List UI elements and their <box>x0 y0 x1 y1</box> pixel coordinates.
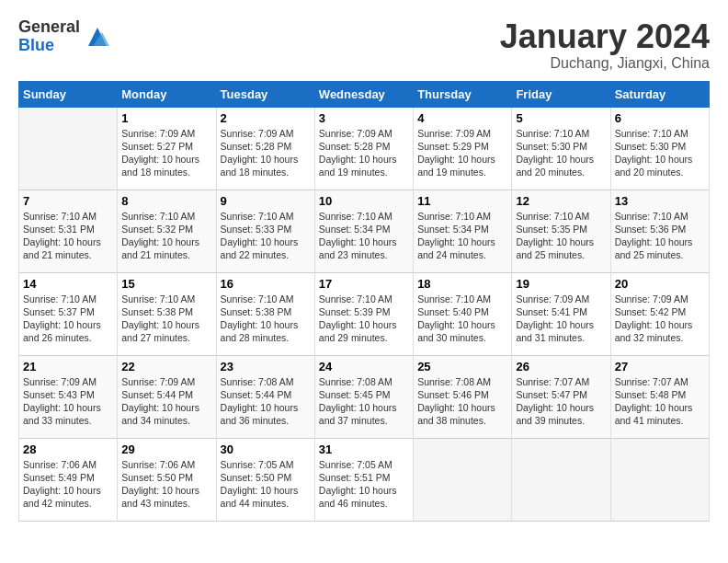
location-title: Duchang, Jiangxi, China <box>500 55 710 72</box>
calendar-week-3: 14Sunrise: 7:10 AMSunset: 5:37 PMDayligh… <box>19 272 710 355</box>
day-number: 11 <box>417 194 507 208</box>
day-number: 2 <box>221 111 311 125</box>
day-info: Sunrise: 7:10 AMSunset: 5:34 PMDaylight:… <box>417 210 507 262</box>
calendar-cell: 6Sunrise: 7:10 AMSunset: 5:30 PMDaylight… <box>610 107 709 190</box>
day-number: 12 <box>516 194 606 208</box>
header-sunday: Sunday <box>19 81 118 107</box>
day-info: Sunrise: 7:10 AMSunset: 5:35 PMDaylight:… <box>516 210 606 262</box>
day-info: Sunrise: 7:07 AMSunset: 5:48 PMDaylight:… <box>615 375 705 428</box>
day-info: Sunrise: 7:10 AMSunset: 5:31 PMDaylight:… <box>23 210 113 262</box>
calendar-header-row: SundayMondayTuesdayWednesdayThursdayFrid… <box>19 81 710 107</box>
calendar-cell: 22Sunrise: 7:09 AMSunset: 5:44 PMDayligh… <box>118 355 216 438</box>
day-info: Sunrise: 7:09 AMSunset: 5:42 PMDaylight:… <box>615 293 705 345</box>
day-number: 6 <box>615 111 705 125</box>
day-number: 16 <box>221 277 311 291</box>
day-info: Sunrise: 7:06 AMSunset: 5:50 PMDaylight:… <box>121 458 211 511</box>
day-number: 22 <box>121 360 211 373</box>
day-number: 20 <box>615 277 705 291</box>
calendar-cell: 4Sunrise: 7:09 AMSunset: 5:29 PMDaylight… <box>414 107 512 190</box>
day-number: 23 <box>221 360 311 373</box>
calendar-cell: 18Sunrise: 7:10 AMSunset: 5:40 PMDayligh… <box>414 272 512 355</box>
day-number: 7 <box>23 194 113 208</box>
day-info: Sunrise: 7:05 AMSunset: 5:50 PMDaylight:… <box>221 458 311 511</box>
day-number: 3 <box>319 111 409 125</box>
calendar-cell: 5Sunrise: 7:10 AMSunset: 5:30 PMDaylight… <box>512 107 610 190</box>
calendar-cell: 17Sunrise: 7:10 AMSunset: 5:39 PMDayligh… <box>314 272 413 355</box>
day-number: 25 <box>417 360 507 373</box>
day-info: Sunrise: 7:05 AMSunset: 5:51 PMDaylight:… <box>319 458 409 511</box>
calendar-cell: 19Sunrise: 7:09 AMSunset: 5:41 PMDayligh… <box>512 272 610 355</box>
calendar-week-4: 21Sunrise: 7:09 AMSunset: 5:43 PMDayligh… <box>19 355 710 438</box>
header-friday: Friday <box>512 81 610 107</box>
day-number: 21 <box>23 360 113 373</box>
day-info: Sunrise: 7:10 AMSunset: 5:36 PMDaylight:… <box>615 210 705 262</box>
calendar-cell: 10Sunrise: 7:10 AMSunset: 5:34 PMDayligh… <box>314 190 413 272</box>
calendar-cell: 9Sunrise: 7:10 AMSunset: 5:33 PMDaylight… <box>216 190 314 272</box>
calendar-cell: 28Sunrise: 7:06 AMSunset: 5:49 PMDayligh… <box>19 438 118 521</box>
day-info: Sunrise: 7:07 AMSunset: 5:47 PMDaylight:… <box>516 375 606 428</box>
calendar-cell: 26Sunrise: 7:07 AMSunset: 5:47 PMDayligh… <box>512 355 610 438</box>
calendar-cell <box>414 438 512 521</box>
calendar-cell: 15Sunrise: 7:10 AMSunset: 5:38 PMDayligh… <box>118 272 216 355</box>
day-info: Sunrise: 7:10 AMSunset: 5:38 PMDaylight:… <box>221 293 311 345</box>
day-info: Sunrise: 7:10 AMSunset: 5:30 PMDaylight:… <box>615 127 705 179</box>
day-number: 14 <box>23 277 113 291</box>
calendar-table: SundayMondayTuesdayWednesdayThursdayFrid… <box>18 81 710 522</box>
page-header: General Blue January 2024 Duchang, Jiang… <box>18 18 710 72</box>
calendar-cell: 11Sunrise: 7:10 AMSunset: 5:34 PMDayligh… <box>414 190 512 272</box>
day-info: Sunrise: 7:08 AMSunset: 5:46 PMDaylight:… <box>417 375 507 428</box>
calendar-week-2: 7Sunrise: 7:10 AMSunset: 5:31 PMDaylight… <box>19 190 710 272</box>
calendar-cell: 24Sunrise: 7:08 AMSunset: 5:45 PMDayligh… <box>314 355 413 438</box>
calendar-cell: 29Sunrise: 7:06 AMSunset: 5:50 PMDayligh… <box>118 438 216 521</box>
day-info: Sunrise: 7:06 AMSunset: 5:49 PMDaylight:… <box>23 458 113 511</box>
calendar-cell: 30Sunrise: 7:05 AMSunset: 5:50 PMDayligh… <box>216 438 314 521</box>
day-info: Sunrise: 7:09 AMSunset: 5:27 PMDaylight:… <box>121 127 211 179</box>
day-number: 5 <box>516 111 606 125</box>
day-number: 28 <box>23 442 113 456</box>
calendar-cell: 31Sunrise: 7:05 AMSunset: 5:51 PMDayligh… <box>314 438 413 521</box>
logo-blue: Blue <box>18 37 80 55</box>
calendar-cell: 13Sunrise: 7:10 AMSunset: 5:36 PMDayligh… <box>610 190 709 272</box>
calendar-cell <box>512 438 610 521</box>
day-info: Sunrise: 7:09 AMSunset: 5:28 PMDaylight:… <box>221 127 311 179</box>
header-wednesday: Wednesday <box>314 81 413 107</box>
day-number: 29 <box>121 442 211 456</box>
day-info: Sunrise: 7:10 AMSunset: 5:33 PMDaylight:… <box>221 210 311 262</box>
day-number: 4 <box>417 111 507 125</box>
day-info: Sunrise: 7:09 AMSunset: 5:44 PMDaylight:… <box>121 375 211 428</box>
day-number: 17 <box>319 277 409 291</box>
calendar-cell: 23Sunrise: 7:08 AMSunset: 5:44 PMDayligh… <box>216 355 314 438</box>
calendar-cell: 12Sunrise: 7:10 AMSunset: 5:35 PMDayligh… <box>512 190 610 272</box>
day-info: Sunrise: 7:10 AMSunset: 5:38 PMDaylight:… <box>121 293 211 345</box>
day-number: 31 <box>319 442 409 456</box>
header-tuesday: Tuesday <box>216 81 314 107</box>
day-number: 27 <box>615 360 705 373</box>
day-info: Sunrise: 7:09 AMSunset: 5:41 PMDaylight:… <box>516 293 606 345</box>
calendar-cell: 21Sunrise: 7:09 AMSunset: 5:43 PMDayligh… <box>19 355 118 438</box>
calendar-cell: 14Sunrise: 7:10 AMSunset: 5:37 PMDayligh… <box>19 272 118 355</box>
day-number: 1 <box>121 111 211 125</box>
day-number: 10 <box>319 194 409 208</box>
day-info: Sunrise: 7:10 AMSunset: 5:34 PMDaylight:… <box>319 210 409 262</box>
calendar-week-1: 1Sunrise: 7:09 AMSunset: 5:27 PMDaylight… <box>19 107 710 190</box>
day-number: 24 <box>319 360 409 373</box>
day-number: 9 <box>221 194 311 208</box>
header-thursday: Thursday <box>414 81 512 107</box>
day-info: Sunrise: 7:10 AMSunset: 5:39 PMDaylight:… <box>319 293 409 345</box>
calendar-cell: 27Sunrise: 7:07 AMSunset: 5:48 PMDayligh… <box>610 355 709 438</box>
day-number: 30 <box>221 442 311 456</box>
day-info: Sunrise: 7:08 AMSunset: 5:44 PMDaylight:… <box>221 375 311 428</box>
calendar-cell: 25Sunrise: 7:08 AMSunset: 5:46 PMDayligh… <box>414 355 512 438</box>
day-info: Sunrise: 7:10 AMSunset: 5:32 PMDaylight:… <box>121 210 211 262</box>
header-monday: Monday <box>118 81 216 107</box>
month-title: January 2024 <box>500 18 710 55</box>
calendar-cell: 8Sunrise: 7:10 AMSunset: 5:32 PMDaylight… <box>118 190 216 272</box>
day-number: 18 <box>417 277 507 291</box>
day-info: Sunrise: 7:09 AMSunset: 5:28 PMDaylight:… <box>319 127 409 179</box>
day-info: Sunrise: 7:10 AMSunset: 5:40 PMDaylight:… <box>417 293 507 345</box>
calendar-cell: 16Sunrise: 7:10 AMSunset: 5:38 PMDayligh… <box>216 272 314 355</box>
calendar-week-5: 28Sunrise: 7:06 AMSunset: 5:49 PMDayligh… <box>19 438 710 521</box>
calendar-cell <box>19 107 118 190</box>
day-number: 13 <box>615 194 705 208</box>
day-info: Sunrise: 7:08 AMSunset: 5:45 PMDaylight:… <box>319 375 409 428</box>
